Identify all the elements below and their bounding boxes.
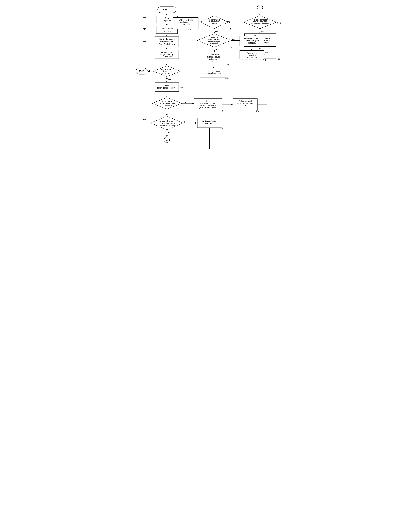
- label-375: 375: [143, 118, 146, 121]
- label-360: 360: [219, 110, 223, 112]
- yes-label-410: yes: [215, 30, 218, 32]
- text-430-2: from multilingual: [245, 39, 258, 42]
- text-390-3: localization database?: [251, 23, 269, 25]
- text-410-2: a translation: [209, 21, 219, 23]
- no-label-340: no: [148, 69, 150, 71]
- text-320-3: (e.g. English-like): [159, 43, 175, 45]
- text-420-4: dictionary?: [210, 43, 219, 45]
- text-310-2: input file: [163, 30, 171, 32]
- text-370-1: Write generated: [238, 100, 252, 102]
- end-label: END: [139, 70, 144, 73]
- text-360-4: generate a translation: [199, 106, 217, 109]
- label-430: 430: [263, 46, 266, 48]
- label-420: 420: [230, 46, 233, 48]
- yes-label-340: yes: [168, 78, 171, 80]
- label-460: 460: [225, 77, 229, 79]
- text-330-1: Identify target: [161, 51, 173, 53]
- text-300-1: Open: [164, 17, 169, 19]
- text-420-1: Is there a: [210, 37, 218, 39]
- text-380-2: to output file: [204, 122, 215, 124]
- label-300: 300: [143, 17, 146, 19]
- text-330-3: French-like): [161, 56, 172, 58]
- no-label-375: no: [184, 121, 187, 123]
- text-430-1: Retrieve translation: [244, 37, 260, 39]
- yes-label-375: yes: [168, 131, 171, 133]
- text-415-1: Write read token: [179, 19, 193, 21]
- label-400: 400: [277, 58, 280, 60]
- text-390-2: from the language: [253, 21, 267, 23]
- text-320-1: Identify language: [159, 38, 175, 40]
- text-440-1: Write token: [247, 52, 257, 54]
- text-420-2: translation from: [208, 39, 220, 41]
- text-440-2: translation: [247, 54, 256, 56]
- label-415: 415: [188, 28, 191, 31]
- text-410-3: safe?: [212, 23, 217, 25]
- text-430-3: dictionary: [248, 42, 256, 44]
- text-330-2: language (e.g.: [160, 53, 173, 56]
- start-label: START: [163, 8, 171, 11]
- yes-label-390: yes: [261, 30, 264, 32]
- text-370-2: translation to output: [237, 102, 253, 104]
- text-360-2: Multilingual Phrase: [200, 102, 216, 104]
- no-label-420: no: [215, 48, 217, 51]
- text-340-1: Are there more: [161, 68, 173, 70]
- label-350: 350: [143, 99, 146, 101]
- text-340-2: tokens in the: [162, 70, 172, 72]
- yes-label-420: yes: [232, 38, 235, 40]
- label-320: 320: [143, 40, 146, 42]
- label-310: 310: [143, 28, 146, 30]
- yes-label-350: yes: [183, 101, 186, 103]
- label-450: 450: [226, 63, 229, 66]
- text-340-3: source file?: [162, 72, 172, 74]
- text-380-1: Write read token: [202, 120, 217, 122]
- label-440: 440: [263, 59, 266, 61]
- text-460-2: name to output file: [206, 73, 221, 75]
- text-320-2: used in source: [160, 40, 173, 42]
- text-450-4: generator: [210, 60, 218, 62]
- text-360-1: Use: [206, 100, 210, 102]
- label-390: 390: [277, 22, 281, 24]
- flowchart-container: START 300 Open output file 310 Open sour…: [128, 0, 287, 207]
- text-415-3: output file: [182, 23, 190, 25]
- no-label-350: no: [168, 110, 170, 113]
- label-330: 330: [143, 52, 146, 54]
- label-380: 380: [219, 127, 223, 129]
- text-450-3: random name: [208, 58, 219, 60]
- text-450-1: Generate a name: [207, 53, 221, 56]
- text-415-2: unchanged to: [180, 21, 192, 23]
- text-390-1: Is there a translation: [252, 19, 268, 21]
- label-370: 370: [256, 110, 259, 112]
- text-460-1: Write generated: [207, 70, 220, 73]
- text-300-2: output file: [162, 20, 171, 22]
- connector-a-top-label: A: [259, 7, 261, 9]
- text-450-2: using a Pseudo: [207, 56, 220, 58]
- text-410-1: Is generating: [209, 19, 220, 21]
- label-355: 355: [179, 86, 183, 88]
- text-420-3: the multilingual: [208, 41, 220, 43]
- text-440-3: to output file: [247, 56, 257, 58]
- flowchart-svg: START 300 Open output file 310 Open sour…: [131, 4, 284, 203]
- text-310-1: Open source: [161, 28, 173, 29]
- text-370-3: file: [244, 104, 246, 106]
- label-410: 410: [227, 28, 231, 30]
